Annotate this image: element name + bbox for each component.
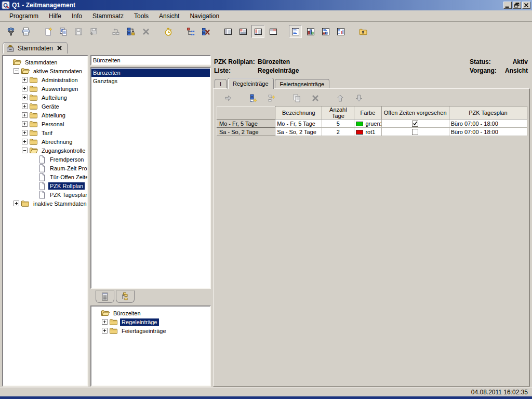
subtree-item-regeleintrage[interactable]: Regeleinträge (91, 317, 210, 326)
tree-item-personal[interactable]: Personal (3, 119, 87, 128)
revert-entry-button[interactable] (109, 25, 122, 38)
save-button[interactable] (72, 25, 85, 38)
restore-button[interactable] (513, 2, 521, 9)
bar-chart-icon (306, 28, 315, 36)
offen-zeiten-checkbox[interactable] (412, 129, 418, 135)
column-header-blank[interactable] (217, 107, 275, 119)
save-special-button[interactable] (87, 25, 100, 38)
cell-offen-zeiten (381, 119, 449, 128)
table-row-sa-so-2-tage[interactable]: Sa - So, 2 TageSa - So, 2 Tage2rot1Büro … (217, 128, 527, 136)
detail-tab-feiertagseintrage[interactable]: Feiertagseinträge (275, 79, 330, 88)
layout-list-detail-button[interactable] (221, 25, 234, 38)
layout-split-top-button[interactable] (236, 25, 249, 38)
tree-item-administration[interactable]: Administration (3, 75, 87, 84)
view-list-chart-button[interactable] (319, 25, 332, 38)
column-header-bezeichnung[interactable]: Bezeichnung (275, 107, 322, 119)
list-item-ganztags[interactable]: Ganztags (91, 77, 210, 85)
layout-split-left-button[interactable] (251, 25, 264, 38)
tree-item-inaktive-stammdaten[interactable]: inaktive Stammdaten (3, 199, 87, 208)
expander-plus-icon[interactable] (22, 112, 28, 118)
expander-plus-icon[interactable] (22, 86, 28, 91)
detail-tab-regeleintrage[interactable]: Regeleinträge (228, 78, 274, 89)
tree-item-pzk-rollplan[interactable]: PZK Rollplan (3, 181, 87, 190)
tree-item-aufteilung[interactable]: Aufteilung (3, 93, 87, 102)
move-entry-button[interactable] (124, 25, 137, 38)
view-tab-table-view[interactable] (96, 290, 114, 303)
delete-record-button[interactable] (139, 25, 152, 38)
tree-item-abteilung[interactable]: Abteilung (3, 111, 87, 119)
offen-zeiten-checkbox[interactable] (412, 121, 418, 127)
menu-ansicht[interactable]: Ansicht (154, 11, 184, 21)
delete-entry-button[interactable] (309, 92, 322, 104)
vorgang-label: Vorgang: (470, 67, 502, 74)
print-button[interactable] (19, 25, 32, 38)
move-down-button[interactable] (353, 92, 365, 104)
new-record-button[interactable] (42, 25, 55, 38)
tree-label: Aufteilung (40, 94, 69, 101)
folder-up-button[interactable] (356, 25, 369, 38)
subtree-item-feiertagseintrage[interactable]: Feiertagseinträge (91, 326, 210, 335)
subtree-item-burozeiten[interactable]: Bürozeiten (91, 309, 210, 317)
detail-tab-i[interactable]: I (215, 79, 227, 88)
menu-stammsatz[interactable]: Stammsatz (87, 11, 129, 21)
tree-item-fremdperson[interactable]: Fremdperson (3, 155, 87, 164)
close-button[interactable] (522, 2, 530, 9)
hierarchy-button[interactable] (184, 25, 197, 38)
column-header-anzahl-tage[interactable]: Anzahl Tage (322, 107, 354, 119)
row-header[interactable]: Sa - So, 2 Tage (217, 128, 275, 136)
delete-list-button[interactable] (199, 25, 212, 38)
tab-stammdaten[interactable]: Stammdaten (3, 42, 68, 54)
expander-plus-icon[interactable] (22, 121, 28, 127)
filter-input[interactable] (90, 55, 211, 65)
color-swatch (356, 130, 363, 135)
table-row-mo-fr-5-tage[interactable]: Mo - Fr, 5 TageMo - Fr, 5 Tage5gruen1Bür… (217, 119, 527, 128)
tree-item-zugangskontrolle[interactable]: Zugangskontrolle (3, 146, 87, 155)
go-to-button[interactable] (222, 92, 234, 104)
expander-minus-icon[interactable] (14, 68, 19, 74)
list-item-burozeiten[interactable]: Bürozeiten (91, 69, 210, 77)
copy-entry-button[interactable] (290, 92, 303, 104)
view-list-button[interactable] (289, 25, 302, 38)
view-tab-tree-view[interactable] (116, 290, 135, 303)
view-chart-button[interactable] (304, 25, 317, 38)
expander-plus-icon[interactable] (22, 77, 28, 83)
expander-minus-icon[interactable] (22, 148, 28, 153)
tree-item-stammdaten[interactable]: Stammdaten (3, 58, 87, 66)
column-header-farbe[interactable]: Farbe (354, 107, 381, 119)
column-header-pzk-tagesplan[interactable]: PZK Tagesplan (449, 107, 527, 119)
insert-entry-button[interactable] (265, 92, 278, 104)
tree-item-tarif[interactable]: Tarif (3, 128, 87, 137)
minimize-button[interactable] (503, 2, 512, 9)
expander-plus-icon[interactable] (22, 95, 28, 100)
time-stamp-button[interactable] (162, 25, 175, 38)
menu-info[interactable]: Info (66, 11, 87, 21)
menu-tools[interactable]: Tools (129, 11, 154, 21)
save-arrow-icon (89, 28, 98, 36)
menu-hilfe[interactable]: Hilfe (44, 11, 66, 21)
tree-item-aktive-stammdaten[interactable]: aktive Stammdaten (3, 66, 87, 75)
row-header[interactable]: Mo - Fr, 5 Tage (217, 119, 275, 128)
copy-record-button[interactable] (57, 25, 70, 38)
expander-plus-icon[interactable] (22, 139, 28, 144)
down-gray-icon (354, 94, 364, 102)
tree-item-tur-offen-zeiten[interactable]: Tür-Offen Zeiten (3, 172, 87, 181)
expander-plus-icon[interactable] (14, 201, 19, 206)
expander-plus-icon[interactable] (102, 328, 108, 334)
layout-split-bottom-button[interactable] (267, 25, 280, 38)
tree-item-gerate[interactable]: Geräte (3, 102, 87, 111)
add-entry-button[interactable] (247, 92, 259, 104)
view-list-chart-side-button[interactable] (334, 25, 347, 38)
tree-item-abrechnung[interactable]: Abrechnung (3, 137, 87, 146)
tree-item-pzk-tagesplan[interactable]: PZK Tagesplan (3, 190, 87, 199)
expander-plus-icon[interactable] (22, 130, 28, 136)
user-filter-button[interactable] (4, 25, 17, 38)
move-up-button[interactable] (334, 92, 347, 104)
menu-programm[interactable]: Programm (4, 11, 44, 21)
tab-close-icon[interactable] (57, 45, 62, 51)
tree-item-raum-zeit-profil[interactable]: Raum-Zeit Profil (3, 164, 87, 172)
column-header-offen-zeiten-vorgesehen[interactable]: Offen Zeiten vorgesehen (381, 107, 449, 119)
expander-plus-icon[interactable] (102, 319, 108, 325)
tree-item-auswertungen[interactable]: Auswertungen (3, 84, 87, 93)
expander-plus-icon[interactable] (22, 103, 28, 109)
menu-navigation[interactable]: Navigation (184, 11, 224, 21)
